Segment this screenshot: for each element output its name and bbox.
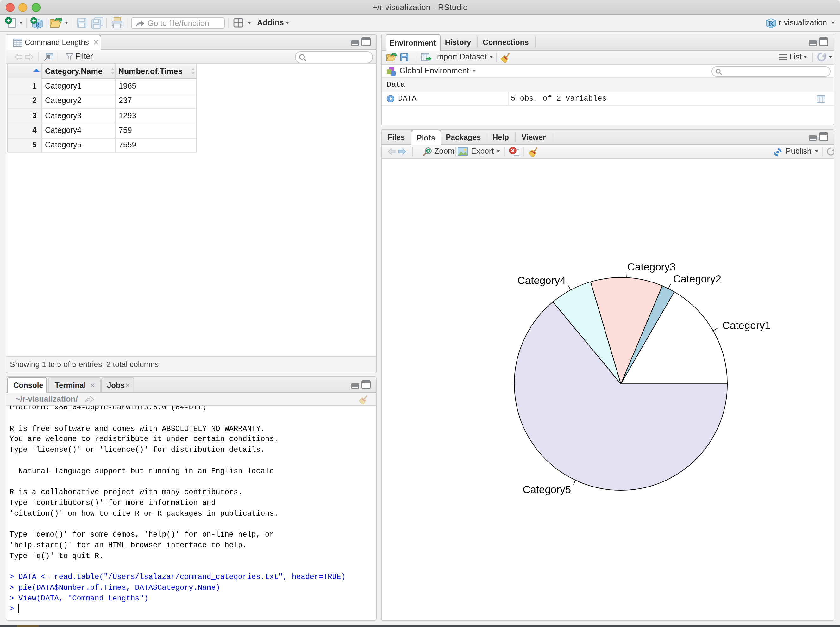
svg-text:Category1: Category1 <box>722 320 771 331</box>
svg-text:R: R <box>768 19 774 27</box>
svg-text:Category4: Category4 <box>518 274 565 286</box>
svg-text:Category3: Category3 <box>627 261 676 273</box>
svg-text:Category2: Category2 <box>673 273 721 285</box>
svg-text:Category5: Category5 <box>523 484 571 495</box>
